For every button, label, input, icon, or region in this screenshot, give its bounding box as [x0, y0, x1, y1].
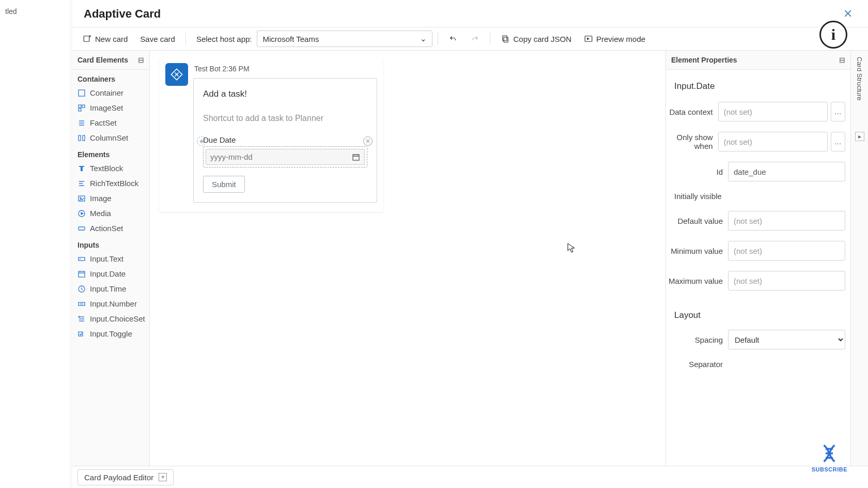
input-default-value[interactable] [728, 211, 845, 231]
new-card-icon [83, 34, 92, 43]
svg-rect-6 [82, 105, 85, 108]
element-columnset[interactable]: ColumnSet [72, 130, 149, 145]
element-input-time[interactable]: Input.Time [72, 281, 149, 296]
drag-handle-icon[interactable]: ✥ [197, 136, 206, 146]
chevron-down-icon: ⌄ [420, 34, 427, 43]
element-factset[interactable]: FactSet [72, 115, 149, 130]
save-card-button[interactable]: Save card [135, 32, 180, 47]
svg-rect-14 [79, 257, 85, 261]
element-input-date[interactable]: Input.Date [72, 266, 149, 281]
window-title: Adaptive Card [84, 7, 161, 21]
submit-button[interactable]: Submit [203, 176, 245, 193]
only-show-when-more-button[interactable]: … [831, 132, 845, 151]
input-choiceset-icon [78, 315, 86, 323]
redo-button[interactable] [465, 31, 485, 47]
svg-rect-1 [504, 37, 508, 42]
input-id[interactable] [728, 162, 845, 181]
label-default-value: Default value [666, 217, 728, 225]
card-title[interactable]: Add a task! [203, 89, 367, 99]
card-subtitle[interactable]: Shortcut to add a task to Planner [203, 114, 367, 123]
imageset-icon [78, 104, 86, 112]
date-input-selection: yyyy-mm-dd [203, 146, 367, 167]
remove-element-icon[interactable]: ✕ [363, 136, 373, 146]
element-input-toggle[interactable]: Input.Toggle [72, 326, 149, 341]
card-preview: Test Bot 2:36 PM Add a task! Shortcut to… [159, 58, 383, 212]
element-input-choiceset[interactable]: Input.ChoiceSet [72, 311, 149, 326]
group-inputs: Inputs [72, 236, 149, 251]
svg-rect-5 [79, 105, 81, 108]
textblock-icon [78, 164, 86, 173]
element-richtextblock[interactable]: RichTextBlock [72, 176, 149, 191]
element-actionset[interactable]: ActionSet [72, 221, 149, 236]
select-spacing[interactable]: Default [728, 330, 845, 349]
element-container[interactable]: Container [72, 85, 149, 100]
svg-rect-4 [79, 90, 85, 96]
svg-rect-9 [83, 135, 85, 141]
svg-rect-21 [353, 155, 359, 160]
divider [438, 33, 438, 45]
bot-avatar [165, 63, 188, 86]
collapse-icon[interactable]: ⊟ [839, 56, 845, 64]
label-separator: Separator [666, 360, 728, 369]
adaptive-card[interactable]: Add a task! Shortcut to add a task to Pl… [193, 78, 377, 203]
data-context-more-button[interactable]: … [831, 102, 845, 121]
richtext-icon [78, 179, 86, 188]
svg-rect-8 [79, 135, 81, 141]
svg-rect-2 [503, 36, 507, 41]
calendar-icon [352, 153, 360, 161]
bot-icon [169, 67, 184, 82]
app-window: Adaptive Card ✕ New card Save card Selec… [72, 0, 868, 488]
svg-rect-0 [84, 36, 89, 42]
background-tab-label: tled [0, 3, 22, 20]
label-min-value: Minimum value [666, 247, 728, 255]
expand-rail-icon[interactable]: ▸ [855, 132, 864, 141]
element-imageset[interactable]: ImageSet [72, 100, 149, 115]
svg-point-18 [79, 316, 80, 317]
redo-icon [470, 34, 479, 43]
payload-editor-tab[interactable]: Card Payload Editor + [78, 469, 174, 485]
label-initially-visible: Initially visible [666, 192, 727, 201]
image-icon [78, 194, 86, 203]
element-input-text[interactable]: Input.Text [72, 251, 149, 266]
undo-icon [448, 34, 458, 43]
label-id: Id [666, 167, 728, 176]
dna-icon [818, 443, 840, 464]
info-overlay-icon[interactable]: i [819, 21, 847, 49]
undo-button[interactable] [443, 31, 463, 47]
label-max-value: Maximum value [666, 277, 728, 285]
input-max-value[interactable] [728, 271, 845, 291]
svg-rect-7 [79, 109, 81, 111]
element-input-number[interactable]: Input.Number [72, 296, 149, 311]
input-data-context[interactable] [718, 102, 828, 121]
preview-mode-button[interactable]: Preview mode [579, 31, 650, 47]
input-date-element[interactable]: ✥ ✕ Due Date yyyy-mm-dd [203, 135, 367, 167]
subscribe-badge[interactable]: SUBSCRIBE [812, 443, 847, 472]
input-min-value[interactable] [728, 241, 845, 261]
canvas[interactable]: Test Bot 2:36 PM Add a task! Shortcut to… [150, 51, 665, 466]
close-button[interactable]: ✕ [839, 6, 857, 22]
date-input[interactable]: yyyy-mm-dd [206, 149, 365, 165]
element-media[interactable]: Media [72, 206, 149, 221]
element-textblock[interactable]: TextBlock [72, 161, 149, 176]
svg-rect-15 [79, 271, 85, 277]
svg-rect-13 [79, 227, 85, 230]
bottom-bar: Card Payload Editor + [72, 466, 868, 488]
element-image[interactable]: Image [72, 191, 149, 206]
new-card-button[interactable]: New card [78, 31, 133, 47]
label-only-show-when: Only show when [666, 133, 718, 150]
input-date-icon [78, 270, 86, 278]
toolbar: New card Save card Select host app: Micr… [72, 27, 868, 51]
collapse-icon[interactable]: ⊟ [138, 56, 144, 64]
bot-name-time: Test Bot 2:36 PM [193, 62, 377, 78]
media-icon [78, 209, 86, 218]
copy-json-button[interactable]: Copy card JSON [495, 31, 577, 47]
host-app-select[interactable]: Microsoft Teams ⌄ [257, 30, 432, 47]
actionset-icon [78, 224, 86, 233]
container-icon [78, 89, 86, 97]
input-number-icon [78, 300, 86, 308]
preview-icon [584, 34, 593, 43]
expand-icon: + [159, 473, 167, 481]
input-only-show-when[interactable] [718, 132, 828, 151]
card-structure-tab[interactable]: Card Structure [856, 57, 863, 101]
elements-panel-title: Card Elements [78, 56, 128, 64]
